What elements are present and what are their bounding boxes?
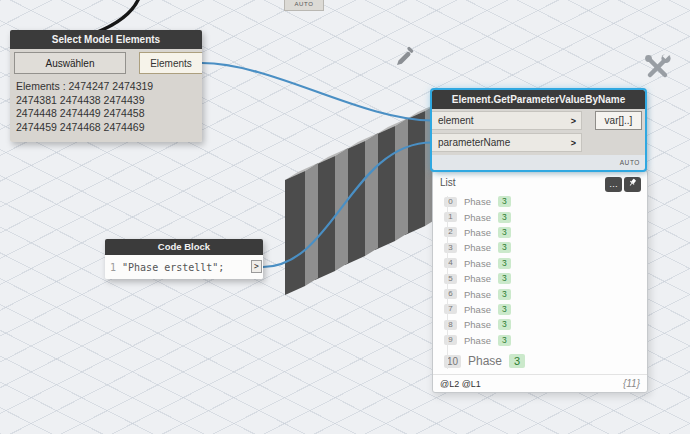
preview-footer: @L2 @L1 {11}: [433, 374, 647, 392]
row-index-badge: 8: [444, 320, 457, 330]
eyedropper-icon: [393, 46, 415, 72]
line-number: 1: [110, 262, 116, 273]
tools-icon: [642, 52, 672, 86]
row-count-badge: 3: [498, 196, 511, 207]
preview-bubble[interactable]: List … 0Phase31Phase32Phase33Phase34Phas…: [432, 170, 648, 393]
row-index-badge: 1: [444, 212, 457, 222]
port-arrow-icon: >: [571, 116, 576, 126]
port-label: element: [438, 115, 474, 126]
row-value: Phase: [464, 273, 491, 284]
info-line: 2474381 2474438 2474439: [16, 94, 196, 108]
preview-header: List …: [433, 171, 647, 192]
row-count-badge: 3: [498, 304, 511, 315]
preview-more-button[interactable]: …: [605, 177, 622, 192]
node-body: element > parameterName > var[]..]: [432, 109, 645, 155]
wire[interactable]: [95, 0, 141, 33]
row-count-badge: 3: [498, 319, 511, 330]
3d-geometry: [285, 103, 438, 295]
preview-rows: 0Phase31Phase32Phase33Phase34Phase35Phas…: [433, 194, 647, 371]
preview-pin-button[interactable]: [624, 177, 641, 192]
input-port-parametername[interactable]: parameterName >: [432, 133, 582, 152]
row-count-badge: 3: [498, 212, 511, 223]
pin-icon: [628, 178, 637, 187]
selection-info: Elements : 2474247 2474319 2474381 24744…: [10, 74, 202, 142]
row-value: Phase: [468, 354, 502, 368]
row-index-badge: 2: [444, 227, 457, 237]
node-title[interactable]: Element.GetParameterValueByName: [432, 90, 645, 109]
row-value: Phase: [464, 227, 491, 238]
select-button[interactable]: Auswählen: [14, 52, 126, 74]
row-value: Phase: [464, 304, 491, 315]
row-count-badge: 3: [498, 335, 511, 346]
geometry-fin: [285, 163, 318, 295]
preview-count: {11}: [623, 378, 640, 389]
preview-row: 5Phase3: [433, 271, 647, 286]
output-port-elements[interactable]: Elements: [139, 52, 202, 74]
preview-list-label: List: [440, 177, 456, 188]
geometry-fin: [315, 148, 348, 280]
info-line: 2474448 2474449 2474458: [16, 107, 196, 121]
node-body: Auswählen Elements Elements : 2474247 24…: [10, 49, 202, 142]
row-index-badge: 4: [444, 258, 457, 268]
preview-row: 3Phase3: [433, 240, 647, 255]
geometry-fin: [375, 118, 408, 250]
node-get-parameter-value-by-name[interactable]: Element.GetParameterValueByName element …: [432, 90, 645, 170]
port-arrow-icon: >: [571, 138, 576, 148]
row-value: Phase: [464, 196, 491, 207]
row-count-badge: 3: [498, 289, 511, 300]
row-value: Phase: [464, 212, 491, 223]
row-value: Phase: [464, 258, 491, 269]
preview-row: 1Phase3: [433, 209, 647, 224]
row-value: Phase: [464, 242, 491, 253]
port-label: parameterName: [438, 137, 510, 148]
info-line: Elements : 2474247 2474319: [16, 80, 196, 94]
preview-row: 7Phase3: [433, 302, 647, 317]
node-select-model-elements[interactable]: Select Model Elements Auswählen Elements…: [10, 30, 202, 142]
row-count-badge: 3: [498, 273, 511, 284]
offscreen-node-lacing-label: AUTO: [284, 0, 324, 11]
preview-row: 10Phase3: [433, 352, 647, 371]
row-index-badge: 3: [444, 243, 457, 253]
row-count-badge: 3: [498, 258, 511, 269]
code-text[interactable]: "Phase erstellt";: [122, 262, 224, 273]
preview-row: 8Phase3: [433, 317, 647, 332]
row-index-badge: 9: [444, 335, 457, 345]
node-code-block[interactable]: Code Block 1 "Phase erstellt"; >: [105, 239, 263, 279]
preview-row: 2Phase3: [433, 225, 647, 240]
row-index-badge: 7: [444, 304, 457, 314]
row-index-badge: 0: [444, 197, 457, 207]
node-body[interactable]: 1 "Phase erstellt"; >: [105, 255, 263, 279]
row-value: Phase: [464, 335, 491, 346]
row-count-badge: 3: [498, 227, 511, 238]
lacing-indicator[interactable]: AUTO: [432, 155, 645, 170]
preview-levels[interactable]: @L2 @L1: [440, 379, 481, 389]
output-port-var[interactable]: var[]..]: [595, 111, 642, 130]
row-index-badge: 6: [444, 289, 457, 299]
indent-guide: [447, 196, 448, 369]
preview-row: 9Phase3: [433, 333, 647, 348]
row-count-badge: 3: [509, 354, 525, 368]
dynamo-canvas[interactable]: AUTO List …: [0, 0, 690, 434]
row-value: Phase: [464, 319, 491, 330]
row-value: Phase: [464, 289, 491, 300]
info-line: 2474459 2474468 2474469: [16, 121, 196, 135]
node-title[interactable]: Select Model Elements: [10, 30, 202, 49]
input-port-element[interactable]: element >: [432, 111, 582, 130]
preview-row: 0Phase3: [433, 194, 647, 209]
preview-row: 6Phase3: [433, 286, 647, 301]
row-index-badge: 5: [444, 274, 457, 284]
geometry-fin: [345, 133, 378, 265]
row-count-badge: 3: [498, 242, 511, 253]
preview-row: 4Phase3: [433, 256, 647, 271]
node-title[interactable]: Code Block: [105, 239, 263, 255]
output-port-codeblock[interactable]: >: [251, 260, 262, 273]
